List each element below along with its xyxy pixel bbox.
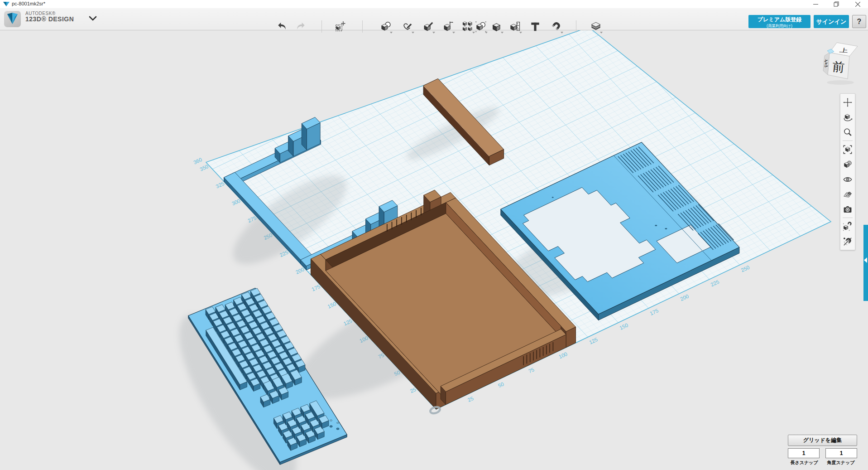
toolbar-separator [362, 20, 363, 33]
transform-move-button[interactable] [334, 20, 347, 34]
angle-snap-label: 角度スナップ [825, 460, 857, 466]
redo-button [294, 20, 307, 34]
pan-icon [843, 97, 853, 107]
group-icon [475, 21, 487, 33]
restore-button[interactable] [826, 0, 846, 8]
toolbar-separator [576, 20, 576, 33]
pan-button[interactable] [840, 95, 855, 110]
view-style-icon [843, 160, 853, 170]
close-button[interactable] [848, 0, 868, 8]
premium-register-button[interactable]: プレミアム版登録 (商業利用向け) [748, 15, 810, 28]
viewport-canvas[interactable]: 3603503253002752502252001751501251007550… [0, 0, 868, 470]
view-cube[interactable]: 上 左 前 [820, 37, 866, 88]
app-logo[interactable] [4, 10, 21, 27]
restore-icon [834, 1, 839, 7]
combine-icon [491, 21, 503, 33]
right-toolbar-separator [843, 141, 853, 141]
eye-button[interactable] [840, 172, 855, 187]
premium-register-sublabel: (商業利用向け) [748, 24, 810, 29]
app-icon [3, 1, 10, 7]
eye-icon [843, 174, 853, 184]
brand: AUTODESK® 123D® DESIGN [25, 11, 74, 23]
material-icon [590, 21, 602, 33]
pattern-icon [462, 21, 474, 33]
snap-dropdown-arrow-icon[interactable] [561, 32, 563, 34]
brand-product: 123D® DESIGN [25, 16, 74, 23]
grid-visibility-icon [843, 189, 853, 199]
snap-disable-button[interactable] [840, 234, 855, 249]
123d-logo-icon [4, 10, 21, 27]
orbit-icon [843, 112, 853, 122]
primitives-dropdown-arrow-icon[interactable] [390, 32, 393, 34]
primitives-icon [380, 21, 392, 33]
view-cube-label-top[interactable]: 上 [839, 47, 849, 53]
measure-icon [509, 21, 521, 33]
measure-dropdown-arrow-icon[interactable] [519, 32, 522, 34]
fit-icon [843, 145, 853, 155]
toolbar: AUTODESK® 123D® DESIGN [0, 8, 868, 30]
right-toolbar [840, 93, 855, 250]
premium-register-label: プレミアム版登録 [748, 16, 810, 24]
grid-panel: グリッドを編集 長さスナップ 角度スナップ [788, 435, 857, 466]
right-toolbar-separator [843, 218, 853, 218]
undo-icon [276, 21, 288, 33]
zoom-button[interactable] [840, 125, 855, 140]
orbit-button[interactable] [840, 110, 855, 125]
transform-move-icon [335, 21, 346, 33]
snap-icon [551, 21, 562, 33]
fit-button[interactable] [840, 142, 855, 157]
material-dropdown-arrow-icon[interactable] [600, 32, 603, 34]
text-button[interactable] [528, 20, 542, 34]
snap-object-icon [843, 222, 853, 232]
minimize-button[interactable] [806, 0, 826, 8]
view-cube-label-front[interactable]: 前 [832, 60, 845, 74]
angle-snap-input[interactable] [825, 448, 857, 458]
length-snap-label: 長さスナップ [788, 460, 820, 466]
snap-object-button[interactable] [840, 219, 855, 234]
parts-panel-tab[interactable] [863, 225, 868, 301]
text-icon [529, 21, 541, 33]
combine-dropdown-arrow-icon[interactable] [501, 32, 504, 34]
undo-button[interactable] [275, 20, 289, 34]
menu-chevron-down-icon[interactable] [89, 16, 97, 21]
screenshot-button[interactable] [840, 202, 855, 217]
group-dropdown-arrow-icon[interactable] [485, 32, 488, 34]
modify-icon [442, 21, 454, 33]
screenshot-icon [843, 204, 853, 214]
toolbar-separator [321, 20, 322, 33]
minimize-icon [813, 2, 818, 7]
title-bar: pc-8001mk2sr* [0, 0, 868, 8]
snap-disable-icon [843, 237, 853, 247]
edit-grid-button[interactable]: グリッドを編集 [788, 435, 857, 446]
view-cube-label-left[interactable]: 左 [824, 57, 828, 68]
help-button[interactable]: ? [852, 15, 866, 28]
modify-dropdown-arrow-icon[interactable] [452, 32, 455, 34]
sign-in-button[interactable]: サインイン [814, 15, 849, 28]
sketch-dropdown-arrow-icon[interactable] [412, 32, 414, 34]
view-style-button[interactable] [840, 157, 855, 172]
construct-dropdown-arrow-icon[interactable] [432, 32, 435, 34]
redo-icon [295, 21, 307, 33]
construct-icon [422, 21, 434, 33]
grid-visibility-button[interactable] [840, 187, 855, 202]
close-icon [855, 2, 860, 7]
sketch-icon [402, 21, 413, 33]
view-cube-shadow [827, 80, 854, 85]
length-snap-input[interactable] [788, 448, 820, 458]
window-title: pc-8001mk2sr* [12, 1, 45, 6]
zoom-icon [843, 127, 853, 137]
